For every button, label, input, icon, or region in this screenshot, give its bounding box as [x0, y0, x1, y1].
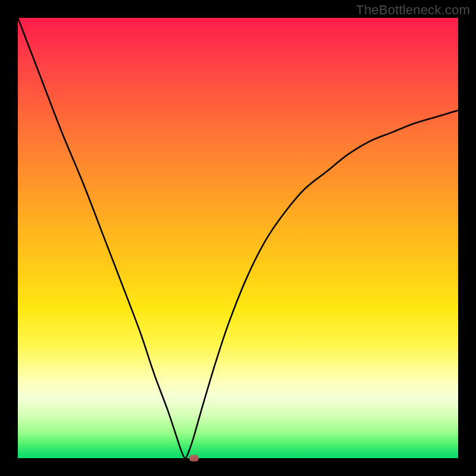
chart-frame: TheBottleneck.com [0, 0, 476, 476]
curve-minimum-marker [189, 455, 199, 462]
plot-area [18, 18, 458, 458]
watermark-text: TheBottleneck.com [356, 2, 470, 18]
bottleneck-curve [18, 18, 458, 458]
